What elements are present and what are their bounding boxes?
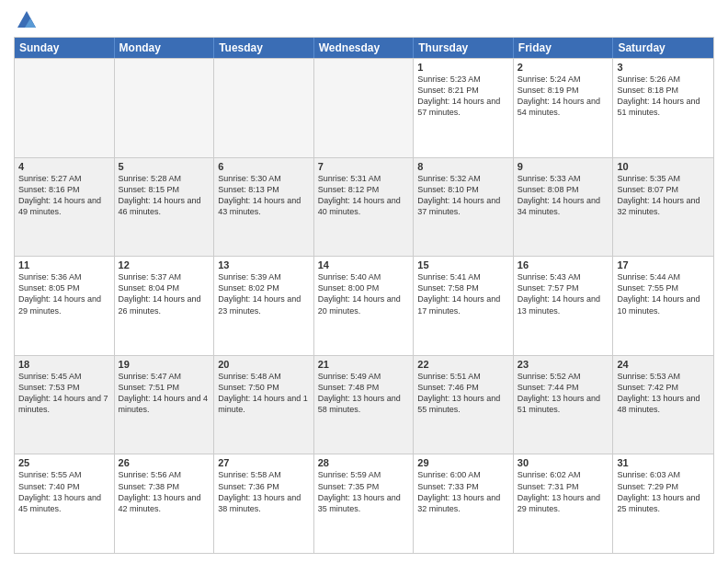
- calendar-cell: [214, 59, 314, 157]
- cell-info: Sunrise: 5:53 AMSunset: 7:42 PMDaylight:…: [617, 371, 710, 416]
- calendar-body: 1Sunrise: 5:23 AMSunset: 8:21 PMDaylight…: [15, 58, 713, 553]
- day-number: 24: [617, 359, 710, 370]
- calendar-cell: 6Sunrise: 5:30 AMSunset: 8:13 PMDaylight…: [214, 158, 314, 257]
- cell-info: Sunrise: 5:30 AMSunset: 8:13 PMDaylight:…: [218, 173, 310, 218]
- calendar-cell: 13Sunrise: 5:39 AMSunset: 8:02 PMDayligh…: [214, 257, 314, 355]
- cell-info: Sunrise: 5:23 AMSunset: 8:21 PMDaylight:…: [417, 74, 509, 119]
- cell-info: Sunrise: 6:00 AMSunset: 7:33 PMDaylight:…: [417, 469, 509, 514]
- day-number: 28: [318, 457, 410, 468]
- cell-info: Sunrise: 5:44 AMSunset: 7:55 PMDaylight:…: [617, 271, 710, 316]
- cell-info: Sunrise: 5:33 AMSunset: 8:08 PMDaylight:…: [518, 173, 609, 218]
- calendar-cell: 29Sunrise: 6:00 AMSunset: 7:33 PMDayligh…: [414, 454, 514, 553]
- page: SundayMondayTuesdayWednesdayThursdayFrid…: [0, 0, 728, 563]
- cell-info: Sunrise: 5:49 AMSunset: 7:48 PMDaylight:…: [318, 371, 410, 416]
- day-number: 1: [417, 62, 509, 73]
- calendar-cell: 22Sunrise: 5:51 AMSunset: 7:46 PMDayligh…: [414, 356, 514, 454]
- calendar-row: 1Sunrise: 5:23 AMSunset: 8:21 PMDaylight…: [15, 58, 713, 157]
- day-number: 16: [518, 259, 609, 270]
- cell-info: Sunrise: 5:48 AMSunset: 7:50 PMDaylight:…: [218, 371, 310, 416]
- calendar-cell: 19Sunrise: 5:47 AMSunset: 7:51 PMDayligh…: [115, 356, 215, 454]
- calendar-row: 4Sunrise: 5:27 AMSunset: 8:16 PMDaylight…: [15, 157, 713, 257]
- cell-info: Sunrise: 5:39 AMSunset: 8:02 PMDaylight:…: [218, 271, 310, 316]
- calendar-cell: 31Sunrise: 6:03 AMSunset: 7:29 PMDayligh…: [613, 454, 713, 553]
- calendar-row: 25Sunrise: 5:55 AMSunset: 7:40 PMDayligh…: [15, 454, 713, 553]
- logo: [14, 9, 38, 31]
- calendar: SundayMondayTuesdayWednesdayThursdayFrid…: [14, 37, 714, 554]
- calendar-header: SundayMondayTuesdayWednesdayThursdayFrid…: [15, 38, 713, 58]
- day-number: 18: [18, 359, 110, 370]
- day-number: 17: [617, 259, 710, 270]
- cell-info: Sunrise: 6:02 AMSunset: 7:31 PMDaylight:…: [518, 469, 609, 514]
- cell-info: Sunrise: 5:36 AMSunset: 8:05 PMDaylight:…: [18, 271, 110, 316]
- header: [14, 9, 714, 31]
- calendar-cell: 1Sunrise: 5:23 AMSunset: 8:21 PMDaylight…: [414, 59, 514, 157]
- day-number: 15: [417, 259, 509, 270]
- day-number: 31: [617, 457, 710, 468]
- calendar-cell: 5Sunrise: 5:28 AMSunset: 8:15 PMDaylight…: [115, 158, 215, 257]
- cell-info: Sunrise: 5:41 AMSunset: 7:58 PMDaylight:…: [417, 271, 509, 316]
- calendar-cell: 14Sunrise: 5:40 AMSunset: 8:00 PMDayligh…: [314, 257, 415, 355]
- weekday-header: Friday: [514, 38, 614, 58]
- calendar-cell: 16Sunrise: 5:43 AMSunset: 7:57 PMDayligh…: [514, 257, 614, 355]
- calendar-cell: 21Sunrise: 5:49 AMSunset: 7:48 PMDayligh…: [314, 356, 415, 454]
- calendar-cell: 10Sunrise: 5:35 AMSunset: 8:07 PMDayligh…: [613, 158, 713, 257]
- cell-info: Sunrise: 6:03 AMSunset: 7:29 PMDaylight:…: [617, 469, 710, 514]
- calendar-cell: 9Sunrise: 5:33 AMSunset: 8:08 PMDaylight…: [514, 158, 614, 257]
- cell-info: Sunrise: 5:55 AMSunset: 7:40 PMDaylight:…: [18, 469, 110, 514]
- cell-info: Sunrise: 5:52 AMSunset: 7:44 PMDaylight:…: [518, 371, 609, 416]
- day-number: 19: [119, 359, 210, 370]
- cell-info: Sunrise: 5:37 AMSunset: 8:04 PMDaylight:…: [119, 271, 210, 316]
- calendar-cell: 8Sunrise: 5:32 AMSunset: 8:10 PMDaylight…: [414, 158, 514, 257]
- day-number: 25: [18, 457, 110, 468]
- calendar-cell: 17Sunrise: 5:44 AMSunset: 7:55 PMDayligh…: [613, 257, 713, 355]
- cell-info: Sunrise: 5:40 AMSunset: 8:00 PMDaylight:…: [318, 271, 410, 316]
- calendar-cell: 7Sunrise: 5:31 AMSunset: 8:12 PMDaylight…: [314, 158, 415, 257]
- calendar-cell: 23Sunrise: 5:52 AMSunset: 7:44 PMDayligh…: [514, 356, 614, 454]
- cell-info: Sunrise: 5:31 AMSunset: 8:12 PMDaylight:…: [318, 173, 410, 218]
- day-number: 30: [518, 457, 609, 468]
- day-number: 9: [518, 161, 609, 172]
- day-number: 2: [518, 62, 609, 73]
- cell-info: Sunrise: 5:45 AMSunset: 7:53 PMDaylight:…: [18, 371, 110, 416]
- cell-info: Sunrise: 5:27 AMSunset: 8:16 PMDaylight:…: [18, 173, 110, 218]
- day-number: 23: [518, 359, 609, 370]
- calendar-row: 18Sunrise: 5:45 AMSunset: 7:53 PMDayligh…: [15, 355, 713, 454]
- day-number: 4: [18, 161, 110, 172]
- weekday-header: Saturday: [613, 38, 713, 58]
- calendar-cell: [15, 59, 115, 157]
- day-number: 3: [617, 62, 710, 73]
- cell-info: Sunrise: 5:47 AMSunset: 7:51 PMDaylight:…: [119, 371, 210, 416]
- day-number: 7: [318, 161, 410, 172]
- cell-info: Sunrise: 5:24 AMSunset: 8:19 PMDaylight:…: [518, 74, 609, 119]
- weekday-header: Sunday: [15, 38, 115, 58]
- logo-icon: [16, 9, 38, 31]
- calendar-cell: 20Sunrise: 5:48 AMSunset: 7:50 PMDayligh…: [214, 356, 314, 454]
- weekday-header: Monday: [115, 38, 215, 58]
- day-number: 22: [417, 359, 509, 370]
- calendar-cell: 2Sunrise: 5:24 AMSunset: 8:19 PMDaylight…: [514, 59, 614, 157]
- day-number: 27: [218, 457, 310, 468]
- calendar-cell: 26Sunrise: 5:56 AMSunset: 7:38 PMDayligh…: [115, 454, 215, 553]
- day-number: 5: [119, 161, 210, 172]
- cell-info: Sunrise: 5:26 AMSunset: 8:18 PMDaylight:…: [617, 74, 710, 119]
- calendar-cell: 28Sunrise: 5:59 AMSunset: 7:35 PMDayligh…: [314, 454, 415, 553]
- weekday-header: Wednesday: [314, 38, 415, 58]
- day-number: 13: [218, 259, 310, 270]
- cell-info: Sunrise: 5:28 AMSunset: 8:15 PMDaylight:…: [119, 173, 210, 218]
- calendar-cell: 25Sunrise: 5:55 AMSunset: 7:40 PMDayligh…: [15, 454, 115, 553]
- cell-info: Sunrise: 5:43 AMSunset: 7:57 PMDaylight:…: [518, 271, 609, 316]
- day-number: 12: [119, 259, 210, 270]
- day-number: 21: [318, 359, 410, 370]
- cell-info: Sunrise: 5:58 AMSunset: 7:36 PMDaylight:…: [218, 469, 310, 514]
- calendar-cell: 4Sunrise: 5:27 AMSunset: 8:16 PMDaylight…: [15, 158, 115, 257]
- calendar-cell: [314, 59, 415, 157]
- calendar-cell: 12Sunrise: 5:37 AMSunset: 8:04 PMDayligh…: [115, 257, 215, 355]
- weekday-header: Thursday: [414, 38, 514, 58]
- calendar-cell: 30Sunrise: 6:02 AMSunset: 7:31 PMDayligh…: [514, 454, 614, 553]
- day-number: 11: [18, 259, 110, 270]
- day-number: 6: [218, 161, 310, 172]
- day-number: 26: [119, 457, 210, 468]
- day-number: 29: [417, 457, 509, 468]
- calendar-cell: [115, 59, 215, 157]
- calendar-cell: 27Sunrise: 5:58 AMSunset: 7:36 PMDayligh…: [214, 454, 314, 553]
